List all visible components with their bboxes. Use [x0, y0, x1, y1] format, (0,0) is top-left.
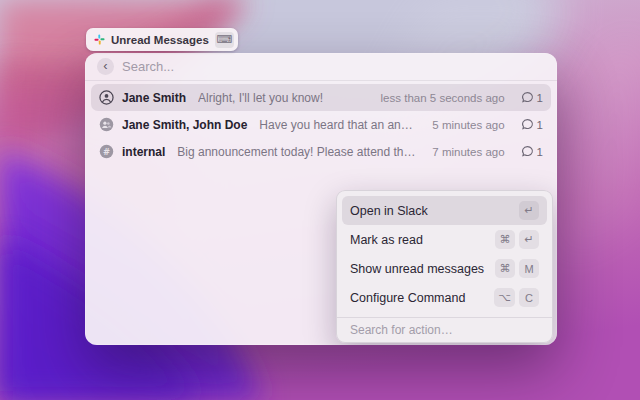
c-key: C — [519, 288, 539, 307]
slack-icon — [94, 34, 105, 45]
svg-text:#: # — [103, 147, 110, 157]
message-preview: Have you heard that an announcement is c… — [259, 118, 416, 132]
search-bar: ‹ Search... — [85, 53, 557, 81]
deeplink-label: Unread Messages — [111, 34, 209, 46]
back-button[interactable]: ‹ — [97, 58, 114, 75]
message-time: 5 minutes ago — [432, 119, 504, 131]
message-title: Jane Smith — [122, 91, 186, 105]
message-title: internal — [122, 145, 165, 159]
search-input[interactable]: Search... — [122, 59, 174, 74]
command-key-icon: ⌘ — [495, 259, 515, 278]
return-key-icon: ↵ — [519, 230, 539, 249]
action-label: Show unread messages — [350, 262, 491, 276]
action-label: Configure Command — [350, 291, 490, 305]
message-preview: Big announcement today! Please attend th… — [177, 145, 416, 159]
action-configure-command[interactable]: Configure Command ⌥ C — [342, 283, 547, 312]
option-key-icon: ⌥ — [494, 288, 515, 307]
return-key-icon: ↵ — [519, 201, 539, 220]
action-open-in-slack[interactable]: Open in Slack ↵ — [342, 196, 547, 225]
action-label: Mark as read — [350, 233, 491, 247]
unread-count-badge: 1 — [521, 118, 543, 131]
message-preview: Alright, I'll let you know! — [198, 91, 365, 105]
channel-hash-icon: # — [99, 144, 114, 159]
m-key: M — [519, 259, 539, 278]
speech-bubble-icon — [521, 145, 534, 158]
group-circle-icon — [99, 117, 114, 132]
message-time: 7 minutes ago — [432, 146, 504, 158]
message-row-jane-smith-john-doe[interactable]: Jane Smith, John Doe Have you heard that… — [91, 111, 551, 138]
command-key-icon: ⌘ — [495, 230, 515, 249]
raycast-window: ‹ Search... Jane Smith Alright, I'll let… — [85, 53, 557, 345]
action-show-unread-messages[interactable]: Show unread messages ⌘ M — [342, 254, 547, 283]
action-search-input[interactable]: Search for action… — [337, 317, 552, 342]
action-mark-as-read[interactable]: Mark as read ⌘ ↵ — [342, 225, 547, 254]
message-row-jane-smith[interactable]: Jane Smith Alright, I'll let you know! l… — [91, 84, 551, 111]
deeplink-pill[interactable]: Unread Messages ⌨ — [86, 28, 238, 51]
message-title: Jane Smith, John Doe — [122, 118, 247, 132]
message-row-internal[interactable]: # internal Big announcement today! Pleas… — [91, 138, 551, 165]
message-list: Jane Smith Alright, I'll let you know! l… — [85, 81, 557, 168]
unread-count-badge: 1 — [521, 91, 543, 104]
unread-count: 1 — [537, 92, 543, 104]
speech-bubble-icon — [521, 118, 534, 131]
message-time: less than 5 seconds ago — [381, 92, 505, 104]
person-circle-icon — [99, 90, 114, 105]
keyboard-icon: ⌨ — [215, 32, 234, 48]
unread-count: 1 — [537, 119, 543, 131]
speech-bubble-icon — [521, 91, 534, 104]
action-menu-items: Open in Slack ↵ Mark as read ⌘ ↵ Show un… — [337, 191, 552, 317]
unread-count: 1 — [537, 146, 543, 158]
unread-count-badge: 1 — [521, 145, 543, 158]
action-label: Open in Slack — [350, 204, 515, 218]
action-menu: Open in Slack ↵ Mark as read ⌘ ↵ Show un… — [336, 190, 553, 343]
chevron-left-icon: ‹ — [103, 59, 107, 72]
